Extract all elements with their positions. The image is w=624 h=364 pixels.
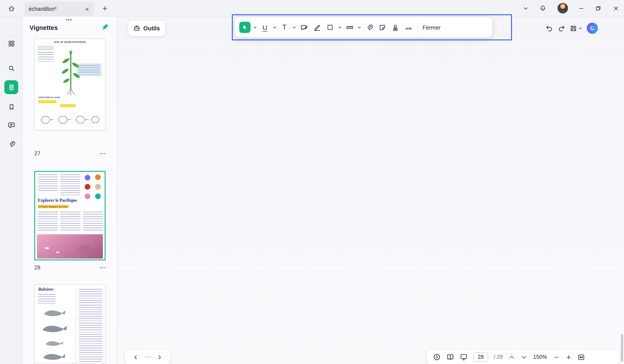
document-canvas[interactable] xyxy=(117,17,624,364)
tools-button[interactable]: Outils xyxy=(128,20,165,36)
page-thumbnail-27[interactable]: SITE OF AUXIN SYNTHESIS STRUCTURE OF AUX… xyxy=(34,39,105,130)
quick-actions xyxy=(546,20,598,36)
thumbnails-panel-button[interactable] xyxy=(4,80,18,94)
thumb27-subtitle: STRUCTURE OF AUXIN xyxy=(38,96,60,98)
pin-icon xyxy=(102,23,109,31)
comments-button[interactable] xyxy=(6,119,17,131)
stamp-tool-button[interactable] xyxy=(390,21,400,34)
save-icon xyxy=(570,24,577,32)
plus-icon xyxy=(101,5,108,11)
bookmarks-button[interactable] xyxy=(6,101,17,112)
undo-button[interactable] xyxy=(546,24,553,32)
fit-width-button[interactable] xyxy=(577,353,585,361)
whale-illustration xyxy=(41,322,69,335)
thumb28-coral-grid xyxy=(84,174,104,203)
close-icon xyxy=(613,5,619,11)
notifications-button[interactable] xyxy=(537,3,548,14)
save-button[interactable] xyxy=(570,24,582,32)
new-tab-button[interactable] xyxy=(99,3,110,14)
close-toolbar-button[interactable]: Fermer xyxy=(418,22,445,33)
sticker-icon xyxy=(378,24,386,31)
thumb27-textlines xyxy=(38,52,54,62)
home-icon xyxy=(8,4,15,12)
zoom-level-label[interactable]: 150% xyxy=(533,354,547,360)
text-tool-button[interactable]: T xyxy=(279,21,290,34)
zoom-out-button[interactable] xyxy=(553,354,560,360)
chevron-down-icon xyxy=(522,5,529,11)
thumb27-yellow-chip-2 xyxy=(60,104,76,107)
presentation-mode-icon[interactable] xyxy=(460,353,468,361)
cursor-arrow-icon xyxy=(242,24,248,30)
chevron-left-icon[interactable] xyxy=(132,354,139,360)
thumb28-lines-e xyxy=(83,212,103,232)
tab-list-button[interactable] xyxy=(520,3,531,14)
maximize-button[interactable] xyxy=(592,3,604,14)
redo-icon xyxy=(558,24,565,32)
more-options-button[interactable] xyxy=(145,356,151,358)
measure-tool-button[interactable] xyxy=(344,21,355,34)
read-mode-icon[interactable] xyxy=(446,353,454,361)
signature-icon xyxy=(405,24,412,31)
panel-drag-handle[interactable] xyxy=(66,19,72,20)
redo-button[interactable] xyxy=(558,24,565,32)
home-button[interactable] xyxy=(6,3,17,14)
search-button[interactable] xyxy=(6,62,17,74)
page-thumbnail-28-selected[interactable]: Explorer le Pacifique Créatures magiques… xyxy=(34,171,105,260)
sticker-tool-button[interactable] xyxy=(377,21,387,34)
restore-icon xyxy=(595,5,601,11)
chevron-down-icon[interactable] xyxy=(578,26,582,30)
thumb28-menu-button[interactable] xyxy=(100,267,105,268)
next-page-button[interactable] xyxy=(521,354,527,360)
zoom-in-button[interactable] xyxy=(565,354,572,360)
comment-tool-button[interactable] xyxy=(299,21,309,34)
previous-page-button[interactable] xyxy=(509,354,515,360)
search-icon xyxy=(8,64,15,72)
thumb27-title: SITE OF AUXIN SYNTHESIS xyxy=(35,41,105,43)
bell-icon xyxy=(539,5,546,12)
tab-close-icon[interactable] xyxy=(85,7,89,11)
select-tool-button[interactable] xyxy=(239,22,251,33)
thumb27-row: 27 xyxy=(34,150,105,157)
document-tab[interactable]: échantillon* xyxy=(24,2,94,17)
attachments-button[interactable] xyxy=(6,138,17,150)
chevron-down-icon[interactable] xyxy=(273,25,277,29)
apps-button[interactable] xyxy=(6,38,17,49)
pin-panel-button[interactable] xyxy=(102,23,109,32)
ruler-icon xyxy=(346,24,353,31)
chevron-down-icon[interactable] xyxy=(253,25,257,29)
page-thumbnail-29[interactable]: Baleines xyxy=(34,284,105,364)
annotation-toolbar: U T Fermer xyxy=(235,17,492,37)
vertical-scrollbar[interactable] xyxy=(621,334,623,362)
attachment-tool-button[interactable] xyxy=(364,21,374,34)
thumb28-heading: Explorer le Pacifique xyxy=(38,198,77,203)
whale-illustration xyxy=(44,339,64,348)
chevron-down-icon[interactable] xyxy=(338,25,342,29)
thumb27-menu-button[interactable] xyxy=(100,153,105,154)
page-number-input[interactable]: 28 xyxy=(473,352,488,362)
thumb27-yellow-chip-1 xyxy=(38,100,56,103)
chevron-down-icon[interactable] xyxy=(357,25,361,29)
shape-tool-button[interactable] xyxy=(325,21,335,34)
comment-pencil-icon xyxy=(300,24,308,31)
avatar[interactable] xyxy=(557,3,569,14)
statusbar: 28 / 29 150% xyxy=(427,350,620,364)
thumb28-lines-b xyxy=(60,174,80,197)
thumb28-lines-d xyxy=(60,212,80,232)
panel-title: Vignettes xyxy=(29,24,58,31)
close-window-button[interactable] xyxy=(610,3,621,14)
chevron-right-icon[interactable] xyxy=(156,354,163,360)
next-view-button[interactable] xyxy=(433,353,441,361)
whale-illustration xyxy=(42,351,67,362)
underline-tool-button[interactable]: U xyxy=(260,21,270,34)
ai-assistant-button[interactable] xyxy=(587,23,598,34)
chevron-down-icon[interactable] xyxy=(292,25,296,29)
signature-tool-button[interactable] xyxy=(403,21,413,34)
thumb29-lines-a xyxy=(38,294,55,305)
comment-icon xyxy=(8,121,15,129)
left-sidebar xyxy=(0,17,23,364)
page-nav-pill xyxy=(125,350,170,364)
pen-tool-button[interactable] xyxy=(312,21,322,34)
whale-illustration xyxy=(43,307,67,318)
minimize-button[interactable] xyxy=(575,3,587,14)
thumb29-title: Baleines xyxy=(38,287,54,291)
